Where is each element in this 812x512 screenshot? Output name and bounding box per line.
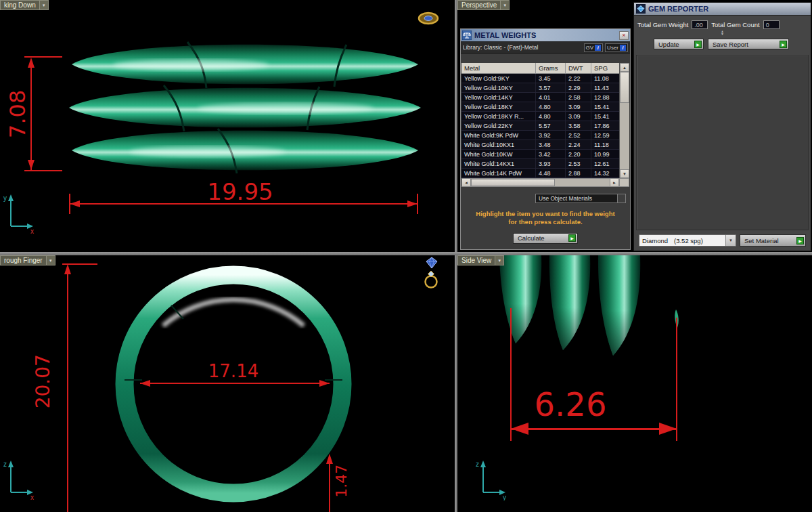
view-selector-through-finger[interactable]: rough Finger ▼ [0,255,55,265]
table-row[interactable]: Yellow Gold:18KY R...4.803.0915.41 [461,112,619,121]
total-gem-count-field[interactable]: 0 [763,20,780,29]
dimension-inner-label: 17.14 [166,362,301,381]
axis-gizmo: z y [475,458,509,500]
table-row[interactable]: Yellow Gold:9KY3.452.2211.08 [461,74,619,83]
cell-spg: 17.86 [591,121,619,130]
ring-model-side-view[interactable] [484,255,715,370]
material-dropdown[interactable]: Diamond (3.52 spg) ▼ [639,234,736,247]
dimension-height-label: 7.08 [7,73,29,154]
scroll-up-icon[interactable]: ▲ [620,63,629,72]
gv-button[interactable]: GV i [584,43,604,52]
cell-spg: 11.43 [591,83,619,92]
cell-dwt: 2.53 [566,159,591,168]
metal-weights-titlebar[interactable]: METAL WEIGHTS × [461,29,630,42]
cell-metal: Yellow Gold:9KY [461,74,536,83]
axis-h-label: x [30,228,34,234]
gem-reporter-titlebar[interactable]: GEM REPORTER [634,3,811,16]
app-window: king Down ▼ [0,0,812,512]
ring-view-icon [422,270,440,289]
ring-view-icon [417,11,440,26]
viewport-perspective[interactable]: Perspective ▼ METAL WEIGHTS × Library: C… [457,0,812,252]
user-button[interactable]: User i [605,43,628,52]
chevron-down-icon[interactable]: ▼ [46,256,55,265]
library-bar: Library: Classic - (Fast)-Metal GV i Use… [461,42,630,54]
viewport-side-view[interactable]: Side View ▼ [457,255,812,512]
set-material-button[interactable]: Set Material ▶ [740,234,806,247]
scroll-right-icon[interactable]: ► [610,178,619,187]
table-row[interactable]: White Gold:10KW3.422.2010.99 [461,150,619,159]
scrollbar-thumb[interactable] [471,179,555,186]
scroll-down-icon[interactable]: ▼ [620,169,629,178]
arrow-left-icon [140,380,150,387]
scrollbar-thumb[interactable] [620,72,629,103]
view-selector-looking-down[interactable]: king Down ▼ [0,0,49,10]
cell-grams: 4.01 [536,93,566,102]
cell-grams: 3.57 [536,83,566,92]
cell-grams: 3.93 [536,159,566,168]
view-selector-side-view[interactable]: Side View ▼ [457,255,504,265]
scale-icon [462,30,472,40]
horizontal-scrollbar[interactable]: ◄ ► [461,178,629,187]
table-row[interactable]: Yellow Gold:22KY5.573.5817.86 [461,121,619,131]
axis-gizmo: y x [3,192,37,234]
table-row[interactable]: Yellow Gold:18KY4.803.0915.41 [461,102,619,112]
viewport-splitter-horizontal[interactable] [0,252,812,255]
arrow-left-icon [70,200,80,207]
cell-spg: 11.08 [591,74,619,83]
play-icon: ▶ [694,41,702,48]
cell-grams: 3.48 [536,140,566,149]
chevron-down-icon[interactable]: ▼ [500,1,509,9]
cell-grams: 3.92 [536,131,566,140]
column-dwt[interactable]: DWT [566,63,591,73]
view-name: rough Finger [1,256,46,265]
viewport-through-finger[interactable]: rough Finger ▼ [0,255,455,512]
dimension-thickness-label: 1.47 [334,440,349,512]
close-icon[interactable]: × [619,31,629,40]
use-object-materials-dropdown[interactable]: Use Object Materials [535,194,626,203]
chevron-down-icon[interactable]: ▼ [495,256,503,265]
cell-spg: 10.99 [591,150,619,158]
viewport-looking-down[interactable]: king Down ▼ [0,0,455,252]
table-row[interactable]: White Gold:14K PdW4.482.8814.32 [461,169,619,178]
cell-grams: 4.48 [536,169,566,177]
spinner-control[interactable]: ▲▼ [717,30,729,35]
table-row[interactable]: Yellow Gold:14KY4.012.5812.88 [461,93,619,102]
scrollbar-track[interactable] [620,72,629,169]
axis-h-label: x [30,494,34,500]
view-name: Side View [458,256,495,265]
total-gem-weight-field[interactable]: .00 [692,20,708,29]
extension-tick [24,56,62,58]
info-icon: i [620,45,626,51]
cell-grams: 3.42 [536,150,566,158]
table-row[interactable]: Yellow Gold:10KY3.572.2911.43 [461,83,619,93]
column-grams[interactable]: Grams [536,63,566,73]
column-spg[interactable]: SPG [591,63,619,73]
play-icon: ▶ [780,41,787,48]
scroll-left-icon[interactable]: ◄ [461,178,471,187]
chevron-down-icon[interactable]: ▼ [39,1,48,9]
calculate-button[interactable]: Calculate ▶ [513,233,578,244]
cell-dwt: 2.58 [566,93,591,102]
play-icon: ▶ [796,237,804,244]
cell-metal: Yellow Gold:18KY [461,102,536,111]
chevron-down-icon[interactable]: ▼ [725,235,736,246]
table-row[interactable]: White Gold:10KX13.482.2411.18 [461,140,619,150]
arrow-up-icon [64,264,71,274]
dropdown-box-icon[interactable] [617,194,625,202]
cell-metal: Yellow Gold:10KY [461,83,536,92]
view-selector-perspective[interactable]: Perspective ▼ [457,0,510,10]
column-metal[interactable]: Metal [461,63,536,73]
cell-dwt: 3.58 [566,121,591,130]
table-header[interactable]: Metal Grams DWT SPG [461,63,619,74]
arrow-up-icon [326,454,333,464]
vertical-scrollbar[interactable]: ▲ ▼ [619,63,629,178]
total-gem-weight-label: Total Gem Weight [637,21,688,28]
save-report-button[interactable]: Save Report ▶ [708,39,789,49]
table-row[interactable]: White Gold:14KX13.932.5312.61 [461,159,619,169]
scrollbar-track[interactable] [471,178,610,187]
cell-grams: 5.57 [536,121,566,130]
table-row[interactable]: White Gold:9K PdW3.922.5212.59 [461,131,619,140]
ring-model-top-view[interactable] [62,34,428,182]
cell-spg: 14.32 [591,169,619,177]
update-button[interactable]: Update ▶ [654,39,704,49]
